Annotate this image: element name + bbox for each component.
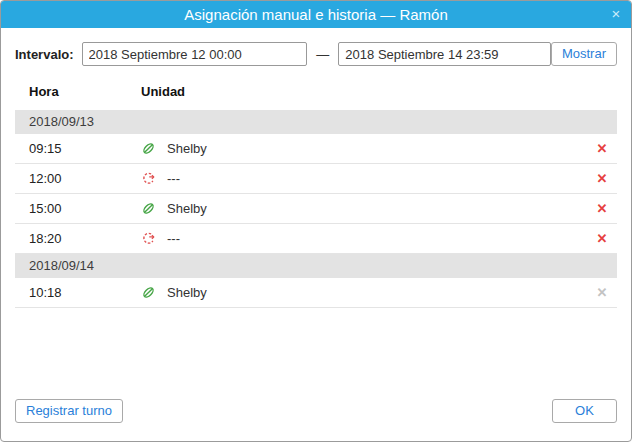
close-icon[interactable]: × (601, 1, 631, 28)
dialog-footer: Registrar turno OK (15, 399, 617, 423)
delete-row-button[interactable]: ✕ (587, 171, 617, 186)
row-unit-cell: Shelby (141, 141, 587, 156)
row-time: 09:15 (15, 141, 141, 156)
row-time: 10:18 (15, 285, 141, 300)
unlink-icon (141, 171, 156, 186)
dialog-title: Asignación manual e historia — Ramón (184, 6, 447, 23)
date-group-header: 2018/09/14 (15, 254, 617, 278)
assignments-table: Hora Unidad 2018/09/1309:15Shelby✕12:00-… (15, 66, 617, 308)
unlink-icon (141, 231, 156, 246)
row-time: 18:20 (15, 231, 141, 246)
row-unit-cell: Shelby (141, 201, 587, 216)
interval-from-input[interactable] (82, 42, 308, 66)
manual-assignment-dialog: Asignación manual e historia — Ramón × I… (0, 0, 632, 442)
column-header-time: Hora (15, 84, 141, 99)
ok-button[interactable]: OK (552, 399, 617, 423)
link-icon (141, 285, 156, 300)
row-unit-name: Shelby (167, 201, 207, 216)
table-body: 2018/09/1309:15Shelby✕12:00---✕15:00Shel… (15, 110, 617, 308)
row-unit-name: --- (167, 231, 180, 246)
row-unit-cell: Shelby (141, 285, 587, 300)
row-time: 12:00 (15, 171, 141, 186)
row-unit-name: Shelby (167, 285, 207, 300)
interval-to-input[interactable] (338, 42, 551, 66)
link-icon (141, 141, 156, 156)
date-group-header: 2018/09/13 (15, 110, 617, 134)
table-row: 15:00Shelby✕ (15, 194, 617, 224)
row-unit-cell: --- (141, 231, 587, 246)
delete-row-button[interactable]: ✕ (587, 201, 617, 216)
row-unit-name: Shelby (167, 141, 207, 156)
table-column-header: Hora Unidad (15, 66, 617, 110)
interval-label: Intervalo: (15, 47, 74, 62)
dialog-titlebar: Asignación manual e historia — Ramón × (1, 1, 631, 28)
table-row: 09:15Shelby✕ (15, 134, 617, 164)
table-row: 12:00---✕ (15, 164, 617, 194)
delete-row-button[interactable]: ✕ (587, 231, 617, 246)
register-shift-button[interactable]: Registrar turno (15, 399, 123, 423)
table-row: 10:18Shelby✕ (15, 278, 617, 308)
show-button[interactable]: Mostrar (551, 42, 617, 66)
link-icon (141, 201, 156, 216)
row-unit-name: --- (167, 171, 180, 186)
interval-bar: Intervalo: — Mostrar (15, 42, 617, 66)
row-unit-cell: --- (141, 171, 587, 186)
column-header-unit: Unidad (141, 84, 617, 99)
row-time: 15:00 (15, 201, 141, 216)
table-row: 18:20---✕ (15, 224, 617, 254)
delete-row-button: ✕ (587, 285, 617, 300)
interval-separator: — (316, 47, 329, 62)
delete-row-button[interactable]: ✕ (587, 141, 617, 156)
